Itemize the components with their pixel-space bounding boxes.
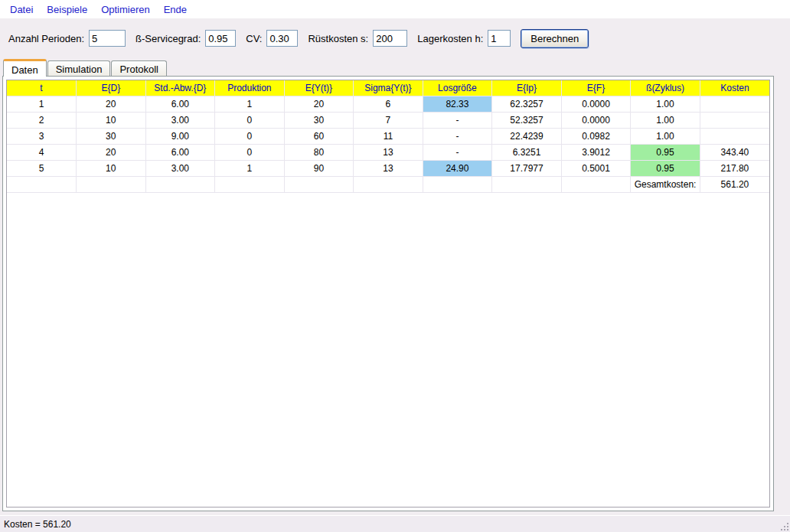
table-cell[interactable]: 1.00	[631, 128, 700, 144]
table-row: 3309.0006011-22.42390.09821.00	[7, 128, 769, 144]
table-cell[interactable]	[700, 112, 769, 128]
table-cell[interactable]: 7	[354, 112, 423, 128]
anzahl-perioden-input[interactable]	[89, 30, 126, 47]
table-cell[interactable]: 9.00	[145, 128, 215, 144]
table-cell[interactable]: 0.95	[631, 160, 700, 176]
table-header-row: tE{D}Std.-Abw.{D}ProduktionE{Y(t)}Sigma{…	[7, 80, 769, 96]
table-cell[interactable]	[492, 176, 562, 192]
menu-ende[interactable]: Ende	[157, 2, 194, 18]
table-cell[interactable]: 2	[7, 112, 77, 128]
menu-optimieren[interactable]: Optimieren	[94, 2, 157, 18]
table-cell[interactable]: 17.7977	[492, 160, 562, 176]
table-cell[interactable]: 0.5001	[561, 160, 631, 176]
data-table: tE{D}Std.-Abw.{D}ProduktionE{Y(t)}Sigma{…	[7, 80, 769, 193]
lagerkosten-input[interactable]	[488, 30, 511, 47]
table-cell[interactable]	[284, 176, 354, 192]
column-header-4: E{Y(t)}	[284, 80, 354, 96]
menu-beispiele[interactable]: Beispiele	[40, 2, 94, 18]
table-cell[interactable]: 561.20	[700, 176, 769, 192]
menu-datei[interactable]: Datei	[3, 2, 40, 18]
table-cell[interactable]: 4	[7, 144, 77, 160]
table-cell[interactable]: -	[423, 112, 492, 128]
table-cell[interactable]: 0.0000	[561, 112, 631, 128]
table-row: 2103.000307-52.32570.00001.00	[7, 112, 769, 128]
ruestkosten-input[interactable]	[373, 30, 407, 47]
table-cell[interactable]: -	[423, 144, 492, 160]
table-cell[interactable]: 343.40	[700, 144, 769, 160]
table-cell[interactable]	[700, 128, 769, 144]
column-header-9: ß(Zyklus)	[631, 80, 700, 96]
ruestkosten-label: Rüstkosten s:	[308, 33, 368, 44]
table-cell[interactable]: 80	[284, 144, 354, 160]
table-cell[interactable]: 82.33	[423, 96, 492, 112]
table-cell[interactable]	[700, 96, 769, 112]
table-cell[interactable]: 52.3257	[492, 112, 562, 128]
table-cell[interactable]: 3.00	[145, 160, 215, 176]
table-cell[interactable]: 6.00	[145, 144, 215, 160]
table-cell[interactable]	[77, 176, 146, 192]
table-cell[interactable]	[561, 176, 631, 192]
table-row: 1206.00120682.3362.32570.00001.00	[7, 96, 769, 112]
column-header-2: Std.-Abw.{D}	[145, 80, 215, 96]
table-cell[interactable]: 0.0000	[561, 96, 631, 112]
table-cell[interactable]	[7, 176, 77, 192]
table-cell[interactable]: 6.3251	[492, 144, 562, 160]
table-cell[interactable]: 10	[77, 160, 146, 176]
table-cell[interactable]: 1.00	[631, 112, 700, 128]
data-grid-panel: tE{D}Std.-Abw.{D}ProduktionE{Y(t)}Sigma{…	[6, 80, 770, 508]
table-cell[interactable]	[215, 176, 285, 192]
table-cell[interactable]: 3.00	[145, 112, 215, 128]
resize-grip[interactable]	[779, 521, 788, 530]
table-cell[interactable]: 30	[77, 128, 146, 144]
table-cell[interactable]: 30	[284, 112, 354, 128]
column-header-10: Kosten	[700, 80, 769, 96]
table-cell[interactable]: -	[423, 128, 492, 144]
tab-protokoll[interactable]: Protokoll	[111, 60, 167, 76]
cv-input[interactable]	[266, 30, 298, 47]
table-cell[interactable]: 13	[354, 144, 423, 160]
table-cell[interactable]: 1	[7, 96, 77, 112]
table-cell[interactable]	[145, 176, 215, 192]
table-row: 5103.001901324.9017.79770.50010.95217.80	[7, 160, 769, 176]
table-cell[interactable]: 0.0982	[561, 128, 631, 144]
column-header-0: t	[7, 80, 77, 96]
table-cell[interactable]: 1.00	[631, 96, 700, 112]
servicegrad-label: ß-Servicegrad:	[135, 33, 201, 44]
anzahl-perioden-label: Anzahl Perioden:	[8, 33, 84, 44]
table-cell[interactable]: 13	[354, 160, 423, 176]
table-cell[interactable]: 20	[284, 96, 354, 112]
column-header-6: Losgröße	[423, 80, 492, 96]
table-cell[interactable]: 20	[77, 144, 146, 160]
table-cell[interactable]: 217.80	[700, 160, 769, 176]
table-cell[interactable]	[423, 176, 492, 192]
table-cell[interactable]	[354, 176, 423, 192]
berechnen-button[interactable]: Berechnen	[521, 29, 589, 48]
tab-daten[interactable]: Daten	[3, 59, 47, 77]
table-cell[interactable]: 1	[215, 160, 285, 176]
table-cell[interactable]: 6	[354, 96, 423, 112]
table-cell[interactable]: 24.90	[423, 160, 492, 176]
table-cell[interactable]: Gesamtkosten:	[631, 176, 700, 192]
table-cell[interactable]: 6.00	[145, 96, 215, 112]
tab-page-daten: tE{D}Std.-Abw.{D}ProduktionE{Y(t)}Sigma{…	[2, 76, 774, 511]
table-cell[interactable]: 62.3257	[492, 96, 562, 112]
menu-bar: Datei Beispiele Optimieren Ende	[0, 0, 790, 18]
table-cell[interactable]: 22.4239	[492, 128, 562, 144]
table-cell[interactable]: 11	[354, 128, 423, 144]
servicegrad-input[interactable]	[205, 30, 236, 47]
cv-label: CV:	[246, 33, 262, 44]
table-cell[interactable]: 20	[77, 96, 146, 112]
table-cell[interactable]: 3	[7, 128, 77, 144]
table-row: Gesamtkosten:561.20	[7, 176, 769, 192]
table-cell[interactable]: 5	[7, 160, 77, 176]
table-cell[interactable]: 0.95	[631, 144, 700, 160]
table-cell[interactable]: 1	[215, 96, 285, 112]
table-cell[interactable]: 3.9012	[561, 144, 631, 160]
table-cell[interactable]: 0	[215, 144, 285, 160]
table-cell[interactable]: 90	[284, 160, 354, 176]
tab-simulation[interactable]: Simulation	[47, 60, 111, 76]
table-cell[interactable]: 10	[77, 112, 146, 128]
table-cell[interactable]: 0	[215, 128, 285, 144]
table-cell[interactable]: 0	[215, 112, 285, 128]
table-cell[interactable]: 60	[284, 128, 354, 144]
